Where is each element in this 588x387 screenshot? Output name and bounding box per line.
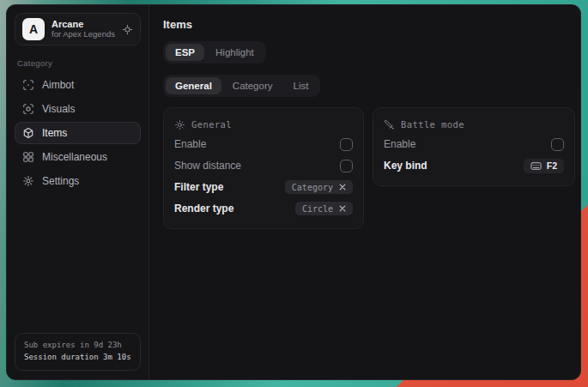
setting-label: Enable [174,138,206,150]
crosshair-icon [22,79,34,91]
sidebar-item-label: Miscellaneous [42,151,107,163]
render-type-value: Circle [302,204,333,214]
setting-row-show-distance: Show distance [174,155,353,176]
grid-icon [22,151,34,163]
gear-icon [22,175,34,187]
tab-list[interactable]: List [284,77,318,94]
locate-icon[interactable] [122,24,133,35]
key-bind-button[interactable]: F2 [524,159,564,173]
setting-label: Show distance [174,160,241,172]
close-icon[interactable] [339,205,346,212]
setting-label: Filter type [174,181,223,193]
enable-checkbox[interactable] [340,138,353,151]
tab-category[interactable]: Category [223,77,282,94]
setting-row-filter-type: Filter type Category [174,177,353,197]
view-tab-group: General Category List [163,75,320,97]
eye-scan-icon [22,103,34,115]
page-title: Items [163,18,575,31]
sidebar-item-miscellaneous[interactable]: Miscellaneous [15,146,141,168]
sidebar-item-label: Items [42,127,67,139]
app-header-card: A Arcane for Apex Legends [15,13,141,45]
package-icon [22,127,34,139]
main-content: Items ESP Highlight General Category Lis… [149,5,581,379]
session-info-card: Sub expires in 9d 23h Session duration 3… [15,333,141,371]
sidebar-item-settings[interactable]: Settings [15,170,141,192]
render-type-select[interactable]: Circle [295,202,353,215]
app-logo: A [22,18,45,40]
sidebar: A Arcane for Apex Legends Category [7,5,149,379]
sidebar-item-label: Visuals [42,103,75,115]
sidebar-item-label: Settings [42,175,79,187]
app-subtitle: for Apex Legends [52,30,115,39]
sidebar-item-label: Aimbot [42,79,74,91]
sidebar-item-visuals[interactable]: Visuals [15,98,141,120]
setting-label: Render type [174,203,233,215]
show-distance-checkbox[interactable] [340,160,353,172]
general-settings-card: General Enable Show distance Filter type… [163,107,364,229]
category-section-label: Category [17,58,141,68]
close-icon[interactable] [339,184,346,190]
setting-row-render-type: Render type Circle [174,198,353,219]
setting-label: Enable [384,138,415,150]
tab-highlight[interactable]: Highlight [206,44,264,61]
app-meta: Arcane for Apex Legends [52,19,115,39]
sidebar-item-items[interactable]: Items [15,122,141,144]
battle-mode-card-title: Battle mode [401,119,464,130]
sidebar-item-aimbot[interactable]: Aimbot [15,74,141,96]
app-window: A Arcane for Apex Legends Category [6,4,581,380]
battle-mode-card: Battle mode Enable Key bind [373,107,575,186]
battle-mode-card-header: Battle mode [384,116,564,133]
sun-icon [174,119,185,130]
general-card-header: General [174,116,353,133]
mode-tab-group: ESP Highlight [163,41,266,63]
app-name: Arcane [52,19,115,30]
general-card-title: General [191,119,232,130]
setting-label: Key bind [384,160,427,172]
setting-row-enable: Enable [174,134,353,154]
settings-cards-row: General Enable Show distance Filter type… [163,107,575,229]
tab-esp[interactable]: ESP [166,44,204,61]
keyboard-icon [530,161,542,171]
sidebar-nav: Aimbot Visuals Items [15,74,141,192]
sword-icon [384,119,395,130]
session-duration-text: Session duration 3m 10s [24,352,131,364]
filter-type-select[interactable]: Category [285,180,353,194]
sub-expiry-text: Sub expires in 9d 23h [24,340,131,352]
setting-row-enable-battle: Enable [384,134,564,154]
setting-row-key-bind: Key bind F2 [384,155,564,176]
filter-type-value: Category [292,183,333,192]
tab-general[interactable]: General [166,77,221,94]
key-bind-value: F2 [547,160,557,171]
battle-enable-checkbox[interactable] [551,138,564,151]
